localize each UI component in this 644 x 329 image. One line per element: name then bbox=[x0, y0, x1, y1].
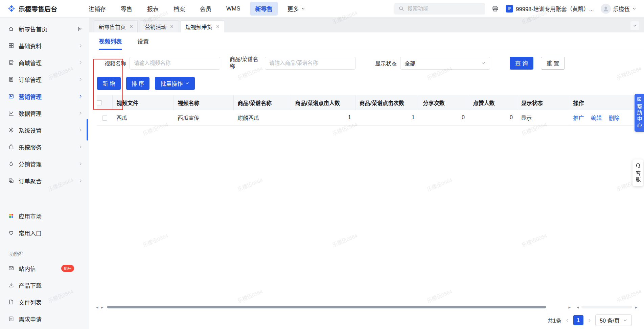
sidebar: 新零售首页 基础资料 商城管理 订单管理 营销管理 数据管理 bbox=[0, 18, 89, 329]
account-switcher[interactable]: 99998-培训专用账套（黄凯）... bbox=[506, 5, 594, 13]
chevron-right-icon bbox=[78, 178, 83, 183]
table-row[interactable]: 西瓜 西瓜宣传 麒麟西瓜 1 1 0 0 显示 推广 编辑 删除 bbox=[97, 110, 634, 126]
next-page-icon[interactable]: › bbox=[588, 317, 591, 324]
sidebar-item-system-settings[interactable]: 系统设置 bbox=[0, 122, 89, 138]
tab-new-retail-home[interactable]: 新零售首页 × bbox=[94, 20, 138, 32]
sidebar-item-order-aggregation[interactable]: 订单聚合 bbox=[0, 172, 89, 189]
chevron-right-icon bbox=[78, 111, 83, 116]
global-search[interactable] bbox=[394, 3, 485, 15]
app-logo[interactable]: 乐檬零售后台 bbox=[7, 4, 57, 13]
nav-item-archives[interactable]: 档案 bbox=[168, 2, 190, 16]
video-table: 视频文件 视频名称 商品/菜谱名称 商品/菜谱点击人数 商品/菜谱点击次数 分享… bbox=[97, 95, 634, 126]
search-input[interactable] bbox=[407, 6, 481, 12]
scroll-left-icon[interactable]: ◂ bbox=[96, 305, 98, 309]
nav-item-reports[interactable]: 报表 bbox=[142, 2, 164, 16]
chevron-down-icon bbox=[623, 318, 627, 323]
sort-button[interactable]: 排 序 bbox=[126, 77, 150, 90]
nav-item-inventory[interactable]: 进销存 bbox=[84, 2, 111, 16]
nav-item-retail[interactable]: 零售 bbox=[116, 2, 137, 16]
sidebar-item-product-download[interactable]: 产品下载 bbox=[0, 277, 89, 294]
grid-icon bbox=[8, 43, 14, 49]
cell-product-click-times: 1 bbox=[355, 110, 419, 126]
tab-short-video-sales[interactable]: 短视频带货 × bbox=[181, 20, 224, 32]
video-name-input[interactable] bbox=[130, 57, 220, 70]
sidebar-item-inbox[interactable]: 站内信 99+ bbox=[0, 260, 89, 277]
sidebar-item-data-management[interactable]: 数据管理 bbox=[0, 105, 89, 122]
chevron-right-icon bbox=[78, 60, 83, 65]
nav-item-new-retail[interactable]: 新零售 bbox=[250, 2, 278, 16]
query-button[interactable]: 查 询 bbox=[510, 57, 533, 70]
tab-label: 短视频带货 bbox=[185, 23, 212, 31]
mail-icon bbox=[8, 265, 14, 271]
sidebar-item-mall-management[interactable]: 商城管理 bbox=[0, 54, 89, 71]
sidebar-scrollbar-thumb[interactable] bbox=[87, 119, 88, 141]
row-checkbox[interactable] bbox=[102, 116, 107, 121]
sidebar-item-home[interactable]: 新零售首页 bbox=[0, 20, 89, 37]
edit-link[interactable]: 编辑 bbox=[591, 115, 602, 121]
current-page-button[interactable]: 1 bbox=[573, 315, 583, 325]
scrollbar-track[interactable] bbox=[107, 306, 564, 308]
nav-item-more[interactable]: 更多 bbox=[282, 2, 310, 16]
document-icon bbox=[8, 76, 14, 82]
reset-button[interactable]: 重 置 bbox=[541, 57, 565, 70]
prev-page-icon[interactable]: ‹ bbox=[566, 317, 569, 324]
account-name: 99998-培训专用账套（黄凯）... bbox=[516, 5, 594, 13]
close-icon[interactable]: × bbox=[130, 24, 133, 29]
printer-icon[interactable] bbox=[492, 5, 499, 12]
promote-link[interactable]: 推广 bbox=[573, 115, 584, 121]
scroll-right-icon[interactable]: ▸ bbox=[568, 305, 571, 309]
sidebar-item-marketing-management[interactable]: 营销管理 bbox=[0, 88, 89, 105]
chevron-down-icon bbox=[632, 6, 637, 11]
sidebar-item-order-management[interactable]: 订单管理 bbox=[0, 71, 89, 88]
sidebar-item-request-application[interactable]: 需求申请 bbox=[0, 310, 89, 327]
logo-icon bbox=[7, 5, 16, 13]
add-button[interactable]: 新 增 bbox=[97, 77, 121, 90]
fixed-scrollbar-track[interactable] bbox=[581, 306, 632, 308]
chevron-right-icon bbox=[78, 77, 83, 82]
chevron-down-icon bbox=[481, 61, 486, 66]
nav-item-members[interactable]: 会员 bbox=[195, 2, 216, 16]
fixed-scroll-left-icon[interactable]: ◂ bbox=[577, 305, 579, 309]
user-menu[interactable]: 乐檬伍 bbox=[601, 4, 637, 14]
topbar-right: 99998-培训专用账套（黄凯）... 乐檬伍 bbox=[394, 3, 637, 15]
sidebar-item-label: 乐檬服务 bbox=[19, 143, 42, 151]
close-icon[interactable]: × bbox=[170, 24, 174, 29]
close-icon[interactable]: × bbox=[216, 24, 220, 29]
sidebar-collapse-icon[interactable] bbox=[77, 26, 83, 32]
sidebar-item-label: 新零售首页 bbox=[19, 25, 47, 33]
sidebar-section-label: 功能栏 bbox=[0, 241, 89, 260]
sidebar-item-app-market[interactable]: 应用市场 bbox=[0, 207, 89, 224]
product-name-label: 商品/菜谱名称 bbox=[230, 56, 261, 70]
display-status-select[interactable]: 全部 bbox=[400, 57, 490, 70]
help-center-tab[interactable]: 帮助中心 bbox=[635, 94, 644, 132]
cell-like-count: 0 bbox=[469, 110, 517, 126]
scroll-right-icon[interactable]: ▸ bbox=[101, 305, 104, 309]
col-product-click-users: 商品/菜谱点击人数 bbox=[291, 95, 355, 110]
video-panel: 视频列表 设置 视频名称 商品/菜谱名称 显示状态 全部 查 询 重 置 新 增… bbox=[89, 32, 644, 329]
customer-service-button[interactable]: 客服 bbox=[632, 159, 643, 186]
page-size-select[interactable]: 50 条/页 bbox=[595, 314, 632, 326]
nav-item-wms[interactable]: WMS bbox=[221, 3, 246, 15]
sidebar-item-favorites[interactable]: 常用入口 bbox=[0, 224, 89, 241]
avatar bbox=[601, 4, 611, 14]
chevron-right-icon bbox=[78, 161, 83, 166]
delete-link[interactable]: 删除 bbox=[608, 115, 619, 121]
fixed-scroll-right-icon[interactable]: ▸ bbox=[635, 305, 637, 309]
subtab-video-list[interactable]: 视频列表 bbox=[99, 32, 122, 50]
product-name-input[interactable] bbox=[265, 57, 355, 70]
subtab-settings[interactable]: 设置 bbox=[137, 32, 149, 50]
select-all-checkbox[interactable] bbox=[97, 100, 102, 105]
sidebar-item-distribution-management[interactable]: 分销管理 bbox=[0, 155, 89, 172]
app-market-icon bbox=[8, 213, 14, 219]
batch-actions-button[interactable]: 批量操作 bbox=[155, 77, 195, 90]
gear-icon bbox=[8, 127, 14, 133]
sidebar-item-lemon-services[interactable]: 乐檬服务 bbox=[0, 138, 89, 155]
tab-marketing-activities[interactable]: 营销活动 × bbox=[140, 20, 178, 32]
scrollbar-thumb[interactable] bbox=[107, 306, 546, 308]
tab-label: 新零售首页 bbox=[99, 23, 126, 31]
sidebar-item-file-list[interactable]: 文件列表 bbox=[0, 294, 89, 310]
sidebar-item-basic-data[interactable]: 基础资料 bbox=[0, 37, 89, 54]
tab-list-dropdown[interactable] bbox=[630, 21, 639, 30]
sidebar-item-label: 商城管理 bbox=[19, 58, 42, 67]
col-share-count: 分享次数 bbox=[419, 95, 469, 110]
